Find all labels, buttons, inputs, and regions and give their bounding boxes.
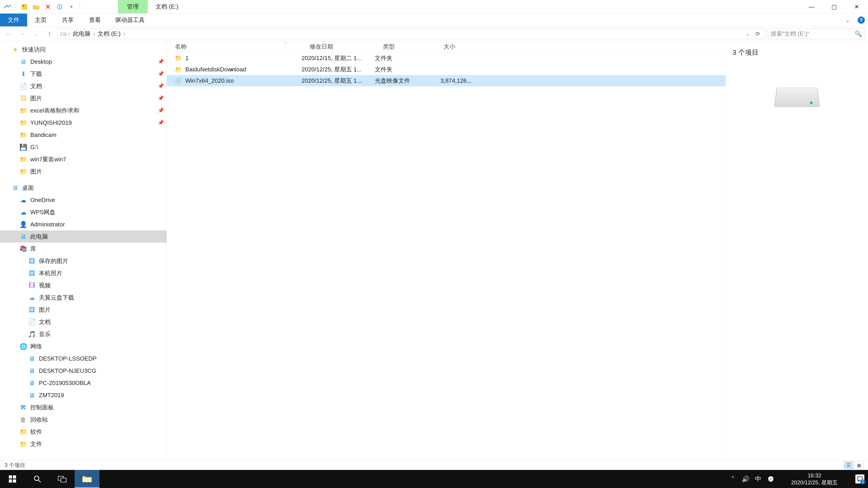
file-list[interactable]: 名称 ˄ 修改日期 类型 大小 📁1 2020/12/15, 星期二 1... … bbox=[167, 41, 725, 460]
sidebar-item[interactable]: 📁excel表格制作求和📌 bbox=[0, 104, 166, 117]
sidebar-label: 文档 bbox=[30, 82, 42, 90]
file-date: 2020/12/15, 星期二 1... bbox=[302, 54, 375, 62]
sidebar-network[interactable]: 🌐 网络 bbox=[0, 340, 166, 352]
sidebar-item[interactable]: ☁WPS网盘 bbox=[0, 206, 166, 218]
breadcrumb-sep-icon[interactable]: › bbox=[68, 30, 70, 37]
sidebar-item[interactable]: 🖥PC-20190530OBLA bbox=[0, 377, 166, 389]
svg-point-2 bbox=[59, 6, 60, 7]
view-thumbnails-button[interactable]: ▦ bbox=[855, 461, 864, 469]
sidebar-desktop[interactable]: 🖥 桌面 bbox=[0, 182, 166, 194]
action-center-button[interactable]: 3 bbox=[852, 475, 868, 484]
breadcrumb-sep-icon[interactable]: › bbox=[93, 30, 96, 37]
tray-volume-icon[interactable]: 🔊 bbox=[739, 475, 752, 483]
breadcrumb-sep-icon[interactable]: › bbox=[123, 30, 126, 37]
breadcrumb-current[interactable]: 文档 (E:) bbox=[96, 30, 122, 38]
pin-icon: 📌 bbox=[158, 120, 164, 126]
sidebar-item[interactable]: 🎞视频 bbox=[0, 279, 166, 291]
tray-overflow-icon[interactable]: ˄ bbox=[726, 475, 739, 483]
sidebar-item[interactable]: 🛠控制面板 bbox=[0, 401, 166, 414]
sidebar-item[interactable]: 💾G:\ bbox=[0, 141, 166, 153]
sidebar-item[interactable]: 📁YUNQISHI2019📌 bbox=[0, 117, 166, 129]
sidebar-item[interactable]: 📁win7重装win7 bbox=[0, 153, 166, 165]
sidebar-item[interactable]: 📄文档📌 bbox=[0, 80, 166, 92]
nav-forward-button[interactable]: → bbox=[17, 28, 28, 39]
nav-back-button[interactable]: ← bbox=[3, 28, 14, 39]
column-headers[interactable]: 名称 ˄ 修改日期 类型 大小 bbox=[167, 41, 725, 53]
task-view-button[interactable] bbox=[50, 470, 74, 488]
sidebar-item[interactable]: ☁天翼云盘下载 bbox=[0, 291, 166, 304]
qat-new-folder-icon[interactable] bbox=[31, 2, 41, 12]
close-button[interactable]: ✕ bbox=[845, 0, 868, 13]
tray-ime-icon[interactable]: 中 bbox=[752, 475, 765, 483]
sidebar-item[interactable]: 📚库 bbox=[0, 242, 166, 255]
nav-recent-dropdown[interactable]: ⌄ bbox=[30, 28, 41, 39]
taskbar-file-explorer[interactable] bbox=[74, 470, 99, 488]
sidebar-item[interactable]: 📁图片 bbox=[0, 165, 166, 177]
address-history-dropdown[interactable]: ⌄ bbox=[743, 31, 752, 37]
sidebar-item[interactable]: 🗑回收站 bbox=[0, 414, 166, 426]
sidebar-item[interactable]: 🖥Desktop📌 bbox=[0, 56, 166, 68]
tab-view[interactable]: 查看 bbox=[81, 13, 108, 26]
qat-dropdown-icon[interactable]: ▾ bbox=[66, 2, 76, 12]
file-row[interactable]: 💿Win7x64_2020.iso 2020/12/25, 星期五 1... 光… bbox=[167, 75, 725, 86]
tab-drive-tools[interactable]: 驱动器工具 bbox=[108, 13, 151, 26]
taskbar-clock[interactable]: 16:32 2020/12/25, 星期五 bbox=[777, 472, 852, 486]
start-button[interactable] bbox=[0, 470, 25, 488]
sidebar-item[interactable]: ⬇下载📌 bbox=[0, 68, 166, 80]
folder-icon: 📁 bbox=[20, 131, 27, 139]
network-icon: 🌐 bbox=[20, 343, 27, 350]
taskbar[interactable]: ˄ 🔊 中 16:32 2020/12/25, 星期五 3 bbox=[0, 470, 868, 488]
tab-file[interactable]: 文件 bbox=[0, 13, 27, 26]
sidebar-item[interactable]: 👤Administrator bbox=[0, 218, 166, 230]
sidebar-label: DESKTOP-LSSOEDP bbox=[39, 355, 96, 362]
col-header-name[interactable]: 名称 bbox=[167, 43, 302, 51]
file-row[interactable]: 📁BaiduNetdiskDownload 2020/12/25, 星期五 1.… bbox=[167, 64, 725, 75]
sidebar-quick-access[interactable]: ★ 快速访问 bbox=[0, 43, 166, 56]
file-row[interactable]: 📁1 2020/12/15, 星期二 1... 文件夹 bbox=[167, 53, 725, 64]
minimize-button[interactable]: — bbox=[800, 0, 823, 13]
tab-home[interactable]: 主页 bbox=[27, 13, 54, 26]
folder-icon: 📁 bbox=[20, 168, 27, 175]
tab-share[interactable]: 共享 bbox=[54, 13, 81, 26]
qat-settings-icon[interactable] bbox=[55, 2, 65, 12]
sidebar-item[interactable]: 🖼保存的图片 bbox=[0, 255, 166, 267]
refresh-button[interactable]: ⟳ bbox=[752, 31, 763, 37]
sidebar-item[interactable]: 🎵音乐 bbox=[0, 328, 166, 340]
system-tray: ˄ 🔊 中 16:32 2020/12/25, 星期五 3 bbox=[726, 470, 868, 488]
sidebar-item[interactable]: 🖥DESKTOP-LSSOEDP bbox=[0, 352, 166, 365]
search-input[interactable]: 搜索"文档 (E:)" 🔍 bbox=[768, 29, 865, 39]
nav-up-button[interactable]: ↑ bbox=[44, 28, 55, 39]
svg-point-4 bbox=[65, 34, 66, 35]
tray-security-icon[interactable] bbox=[765, 476, 777, 482]
help-button[interactable]: ? bbox=[855, 13, 868, 26]
sidebar-item[interactable]: 🖥DESKTOP-NJEU3CG bbox=[0, 365, 166, 377]
sidebar-item[interactable]: 🖥ZMT2019 bbox=[0, 389, 166, 401]
col-header-date[interactable]: 修改日期 bbox=[302, 43, 375, 51]
star-icon: ★ bbox=[11, 46, 19, 53]
sidebar-item[interactable]: 📄文档 bbox=[0, 316, 166, 328]
view-details-button[interactable]: ☰ bbox=[844, 461, 853, 469]
taskbar-search-button[interactable] bbox=[25, 470, 50, 488]
breadcrumb-root[interactable]: 此电脑 bbox=[71, 30, 92, 38]
breadcrumb-bar[interactable]: › 此电脑 › 文档 (E:) › ⌄ ⟳ bbox=[57, 29, 765, 39]
sidebar-item[interactable]: 📁软件 bbox=[0, 426, 166, 438]
sidebar-item[interactable]: ☁OneDrive bbox=[0, 194, 166, 206]
sidebar-item[interactable]: 🖼本机照片 bbox=[0, 267, 166, 279]
pc-icon: 🖥 bbox=[28, 391, 36, 399]
navigation-pane[interactable]: ★ 快速访问 🖥Desktop📌⬇下载📌📄文档📌🖼图片📌📁excel表格制作求和… bbox=[0, 41, 167, 460]
sidebar-item[interactable]: 📁文件 bbox=[0, 438, 166, 450]
ribbon-context-tab[interactable]: 管理 bbox=[118, 0, 148, 13]
qat-app-icon[interactable] bbox=[2, 2, 13, 12]
sidebar-item[interactable]: 🖼图片📌 bbox=[0, 92, 166, 104]
sidebar-item[interactable]: 🖥此电脑 bbox=[0, 230, 166, 242]
maximize-button[interactable]: ▢ bbox=[823, 0, 845, 13]
qat-properties-icon[interactable] bbox=[19, 2, 30, 12]
ribbon-expand-icon[interactable]: ⌄ bbox=[841, 13, 855, 26]
sidebar-item[interactable]: 🖼图片 bbox=[0, 304, 166, 316]
sidebar-label: 网络 bbox=[30, 343, 42, 350]
col-header-size[interactable]: 大小 bbox=[435, 43, 476, 51]
qat-delete-icon[interactable]: ✕ bbox=[43, 2, 53, 12]
col-header-type[interactable]: 类型 bbox=[375, 43, 435, 51]
sidebar-item[interactable]: 📁Bandicam bbox=[0, 129, 166, 141]
search-icon[interactable]: 🔍 bbox=[855, 30, 862, 37]
